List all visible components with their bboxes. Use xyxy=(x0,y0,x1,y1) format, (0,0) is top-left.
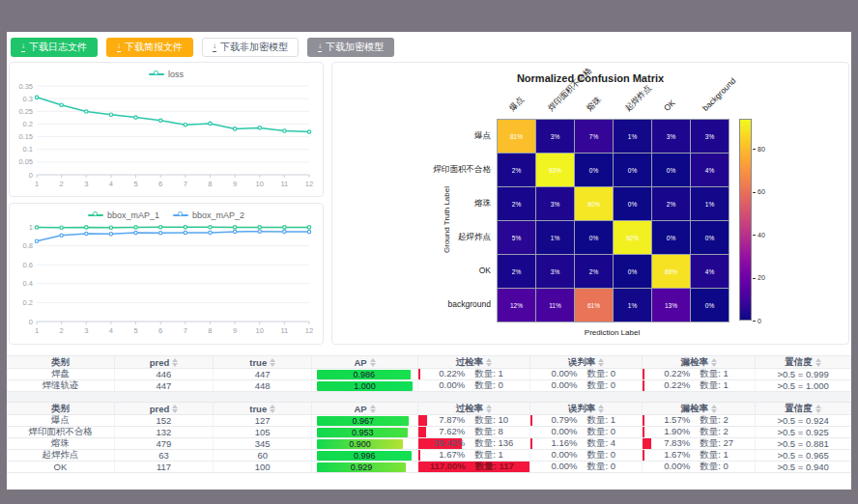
confidence-cell: >0.5 = 0.999 xyxy=(756,369,851,380)
ap-cell: 0.996 xyxy=(312,450,417,462)
category-cell: 焊印面积不合格 xyxy=(7,427,115,438)
matrix-row-label: 熔珠 xyxy=(423,198,491,210)
x-axis-tick-label: 3 xyxy=(84,326,88,335)
column-header-pred[interactable]: pred xyxy=(115,402,214,415)
data-point xyxy=(35,239,38,242)
column-header-misjudge-rate[interactable]: 误判率 xyxy=(530,402,643,415)
matrix-cell: 4% xyxy=(691,154,729,186)
over-rate-percent: 1.67% xyxy=(430,450,465,462)
download-button-1[interactable]: ↓下载简报文件 xyxy=(106,38,193,57)
download-icon: ↓ xyxy=(213,42,216,52)
download-icon: ↓ xyxy=(21,42,25,52)
download-button-2[interactable]: ↓下载非加密模型 xyxy=(202,38,299,57)
x-axis-tick-label: 12 xyxy=(305,180,313,188)
ap-cell: 0.967 xyxy=(312,415,417,427)
misjudge-rate-percent: 0.00% xyxy=(542,369,577,380)
loss-chart: 00.050.10.150.20.250.30.3512345678910111… xyxy=(10,80,321,190)
column-header-confidence[interactable]: 置信度 xyxy=(756,402,851,415)
misjudge-rate-value: 0.79%数量: 1 xyxy=(530,415,642,427)
y-axis-tick-label: 0.1 xyxy=(23,145,33,154)
data-point xyxy=(283,226,286,229)
column-header-true[interactable]: true xyxy=(214,355,312,369)
download-button-0[interactable]: ↓下载日志文件 xyxy=(11,38,98,57)
column-header-pred[interactable]: pred xyxy=(115,355,214,369)
over-rate-value: 0.22%数量: 1 xyxy=(418,369,529,380)
matrix-row-label: 爆点 xyxy=(423,130,491,142)
legend-marker-dot xyxy=(154,70,158,75)
sort-icon xyxy=(370,358,376,367)
miss-rate-value: 1.67%数量: 1 xyxy=(643,450,755,462)
sort-icon xyxy=(815,405,821,413)
data-point xyxy=(209,122,212,125)
sort-up-caret xyxy=(815,358,821,362)
over-rate-count: 数量: 10 xyxy=(474,415,517,427)
miss-rate-cell: 0.22%数量: 1 xyxy=(643,380,756,392)
download-button-label: 下载日志文件 xyxy=(29,41,87,54)
pred-cell: 447 xyxy=(115,380,214,392)
confusion-matrix-grid: 81%3%7%1%3%3%2%93%0%0%0%4%2%3%90%0%2%1%5… xyxy=(497,119,729,322)
legend-marker-dot xyxy=(93,211,98,216)
misjudge-rate-cell: 1.16%数量: 4 xyxy=(530,438,643,450)
column-header-label: 置信度 xyxy=(785,356,813,369)
colorbar-tick-label: 0 xyxy=(758,318,761,324)
pred-cell: 63 xyxy=(115,450,214,462)
x-axis-tick-label: 12 xyxy=(305,326,313,335)
confidence-cell: >0.5 = 0.925 xyxy=(756,427,851,438)
miss-rate-percent: 0.22% xyxy=(655,380,690,392)
download-button-3[interactable]: ↓下载加密模型 xyxy=(307,38,394,57)
column-header-ap[interactable]: AP xyxy=(312,355,417,369)
left-chart-column: loss 00.050.10.150.20.250.30.35123456789… xyxy=(9,62,324,345)
colorbar-tick-label: 80 xyxy=(758,146,765,153)
over-rate-cell: 0.00%数量: 0 xyxy=(418,380,530,392)
column-header-over-rate[interactable]: 过检率 xyxy=(418,355,530,369)
miss-rate-percent: 1.90% xyxy=(655,427,690,438)
column-header-miss-rate[interactable]: 漏检率 xyxy=(643,402,756,415)
matrix-cell: 0% xyxy=(575,154,613,186)
column-header-confidence[interactable]: 置信度 xyxy=(756,355,851,369)
legend-item-bbox_mAP_1[interactable]: bbox_mAP_1 xyxy=(88,210,159,220)
colorbar-tick xyxy=(753,149,756,150)
column-header-label: AP xyxy=(354,404,366,414)
column-header-label: 过检率 xyxy=(455,403,483,415)
miss-rate-count: 数量: 27 xyxy=(700,438,742,450)
column-header-label: 误判率 xyxy=(568,403,596,415)
category-cell: 起焊炸点 xyxy=(7,450,115,462)
confidence-cell: >0.5 = 0.881 xyxy=(756,438,851,450)
data-point xyxy=(307,226,310,229)
download-button-label: 下载非加密模型 xyxy=(220,41,288,54)
sort-down-caret xyxy=(815,409,821,413)
column-header-miss-rate[interactable]: 漏检率 xyxy=(643,355,756,369)
matrix-cell: 3% xyxy=(536,120,574,153)
matrix-cell: 7% xyxy=(575,120,613,153)
miss-rate-cell: 0.22%数量: 1 xyxy=(643,369,756,380)
data-point xyxy=(60,234,63,237)
column-header-ap[interactable]: AP xyxy=(312,402,417,415)
matrix-cell: 2% xyxy=(575,255,613,288)
x-axis-tick-label: 9 xyxy=(233,326,237,335)
misjudge-rate-count: 数量: 1 xyxy=(586,415,629,427)
download-icon: ↓ xyxy=(318,42,322,52)
column-header-over-rate[interactable]: 过检率 xyxy=(418,402,530,415)
y-axis-tick-label: 0.25 xyxy=(18,107,33,116)
legend-item-bbox_mAP_2[interactable]: bbox_mAP_2 xyxy=(173,210,244,220)
misjudge-rate-percent: 0.00% xyxy=(542,380,577,392)
column-header-misjudge-rate[interactable]: 误判率 xyxy=(530,355,643,369)
over-rate-percent: 7.62% xyxy=(430,427,465,438)
data-point xyxy=(233,226,236,229)
matrix-cell: 81% xyxy=(498,120,535,153)
matrix-cell: 93% xyxy=(536,154,574,186)
column-header-true[interactable]: true xyxy=(214,402,312,415)
over-rate-count: 数量: 136 xyxy=(474,438,517,450)
pred-cell: 152 xyxy=(115,415,214,427)
over-rate-value: 117.00%数量: 117 xyxy=(418,462,529,473)
legend-item-loss[interactable]: loss xyxy=(149,70,184,79)
confusion-matrix-colorbar xyxy=(739,119,752,321)
x-axis-tick-label: 7 xyxy=(184,326,187,335)
sort-icon xyxy=(270,358,275,367)
download-button-label: 下载简报文件 xyxy=(125,41,183,54)
ap-cell: 0.953 xyxy=(312,427,417,438)
x-axis-tick-label: 11 xyxy=(280,180,288,188)
miss-rate-value: 1.57%数量: 2 xyxy=(643,415,755,427)
sort-down-caret xyxy=(270,409,275,413)
matrix-cell: 2% xyxy=(652,187,690,220)
